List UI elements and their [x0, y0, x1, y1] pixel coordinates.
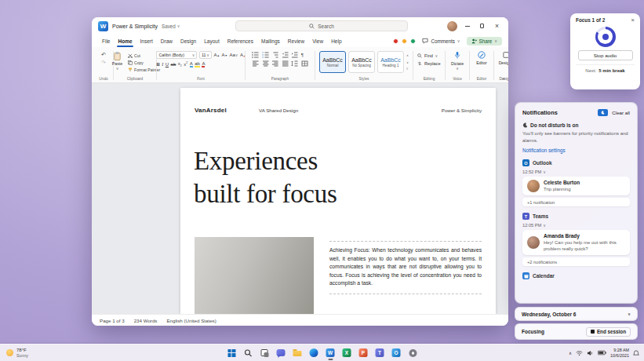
increase-indent-icon[interactable] — [291, 52, 298, 58]
dictate-button[interactable]: Dictate ∨ — [449, 49, 466, 72]
comments-button[interactable]: Comments ∨ — [419, 36, 463, 46]
word-search-box[interactable]: Search — [235, 20, 408, 31]
tab-file[interactable]: File — [98, 35, 114, 47]
word-taskbar-button[interactable]: W — [324, 347, 337, 359]
redo-icon[interactable]: ↷ — [101, 60, 106, 65]
bold-button[interactable]: B — [156, 62, 159, 67]
shrink-font-button[interactable]: A▼ — [221, 53, 227, 58]
superscript-button[interactable]: x2 — [184, 62, 187, 67]
cut-button[interactable]: Cut — [128, 53, 160, 58]
document-page[interactable]: VanArsdel VA Shared Design Power & Simpl… — [180, 88, 496, 314]
text-effects-button[interactable]: A — [190, 61, 193, 67]
strikethrough-button[interactable]: ab — [171, 62, 176, 67]
copy-button[interactable]: Copy — [128, 60, 160, 65]
document-body-text[interactable]: Achieving Focus: When technology communi… — [329, 241, 482, 294]
saved-status[interactable]: Saved ∨ — [162, 24, 180, 29]
subscript-button[interactable]: x2 — [178, 61, 182, 68]
word-count[interactable]: 234 Words — [134, 318, 158, 323]
bullet-list-icon[interactable] — [252, 52, 259, 58]
tray-expand-chevron[interactable]: ∧ — [569, 351, 572, 356]
styles-scroll-down-icon[interactable]: ∨ — [406, 60, 409, 64]
document-headline[interactable]: Experiences built for focus — [194, 144, 337, 210]
style-heading1[interactable]: AaBbCc Heading 1 — [377, 51, 404, 73]
outlook-button[interactable]: O — [390, 347, 402, 359]
find-button[interactable]: Find ∨ — [417, 53, 440, 58]
presence-avatar-1[interactable] — [393, 38, 398, 44]
decrease-indent-icon[interactable] — [282, 52, 289, 58]
style-normal[interactable]: AaBbCc Normal — [319, 51, 346, 73]
chat-button[interactable] — [275, 347, 287, 359]
task-view-button[interactable] — [258, 347, 271, 359]
teams-button[interactable]: T — [373, 347, 386, 359]
tab-home[interactable]: Home — [114, 35, 136, 47]
show-paragraph-marks-icon[interactable]: ¶ — [301, 53, 304, 57]
end-session-button[interactable]: End session — [586, 327, 631, 337]
outlook-group-header[interactable]: O Outlook — [522, 159, 630, 166]
undo-icon[interactable]: ↶ — [101, 52, 106, 57]
teams-notification-card[interactable]: Amanda Brady Hey! Can you help me out wi… — [522, 230, 630, 255]
tab-help[interactable]: Help — [327, 35, 345, 47]
edge-button[interactable] — [307, 347, 320, 359]
settings-button[interactable] — [406, 347, 419, 359]
battery-icon[interactable] — [598, 350, 606, 356]
tab-layout[interactable]: Layout — [200, 35, 224, 47]
justify-icon[interactable] — [282, 60, 289, 67]
weather-widget[interactable]: 78°F Sunny — [6, 345, 28, 361]
outlook-notification-card[interactable]: Celeste Burton Trip planning — [522, 177, 630, 195]
close-button[interactable]: × — [492, 21, 502, 31]
borders-icon[interactable] — [301, 60, 308, 67]
paste-button[interactable]: Paste ∨ — [110, 51, 125, 72]
share-button[interactable]: Share ∨ — [467, 37, 502, 46]
tab-insert[interactable]: Insert — [136, 35, 157, 47]
styles-scroll-up-icon[interactable]: ∧ — [406, 53, 409, 57]
presence-avatar-2[interactable] — [402, 38, 407, 44]
replace-button[interactable]: Replace — [417, 61, 440, 66]
tab-design[interactable]: Design — [176, 35, 200, 47]
style-no-spacing[interactable]: AaBbCc No Spacing — [348, 51, 375, 73]
clear-all-button[interactable]: Clear all — [612, 110, 630, 115]
focus-close-icon[interactable]: × — [631, 17, 635, 24]
do-not-disturb-toggle[interactable] — [598, 109, 608, 116]
document-image-placeholder[interactable] — [195, 237, 314, 314]
underline-button[interactable]: U — [166, 62, 169, 67]
font-color-button[interactable]: A — [202, 61, 205, 67]
grow-font-button[interactable]: A▲ — [213, 53, 219, 58]
font-size-dropdown[interactable]: 11 ∨ — [199, 51, 212, 59]
tab-review[interactable]: Review — [284, 35, 308, 47]
clock[interactable]: 9:28 AM 10/6/2021 — [610, 348, 629, 358]
align-right-icon[interactable] — [271, 60, 278, 67]
tab-references[interactable]: References — [224, 35, 257, 47]
user-avatar[interactable] — [447, 21, 457, 31]
start-button[interactable] — [225, 347, 238, 359]
minimize-button[interactable] — [462, 21, 472, 31]
calendar-group-header[interactable]: Calendar — [522, 272, 630, 279]
excel-button[interactable]: X — [340, 347, 353, 359]
outlook-more-notifications[interactable]: +1 notification — [522, 198, 630, 206]
tab-draw[interactable]: Draw — [157, 35, 176, 47]
align-center-icon[interactable] — [262, 60, 269, 67]
presence-avatar-3[interactable] — [410, 38, 416, 44]
styles-gallery-scroll[interactable]: ∧ ∨ ≡ — [406, 51, 409, 73]
notification-settings-link[interactable]: Notification settings — [522, 148, 630, 153]
file-explorer-button[interactable] — [291, 347, 304, 359]
stop-audio-button[interactable]: Stop audio — [578, 50, 633, 60]
teams-time-row[interactable]: 12:05 PM ∨ — [522, 223, 630, 228]
teams-group-header[interactable]: T Teams — [522, 213, 630, 220]
font-name-dropdown[interactable]: Calibri (Body) ∨ — [156, 51, 197, 59]
ribbon-collapse-button[interactable]: ∧ — [502, 76, 505, 81]
outlook-time-row[interactable]: 12:52 PM ∨ — [522, 170, 630, 174]
wifi-icon[interactable] — [576, 350, 583, 356]
align-left-icon[interactable] — [252, 60, 259, 67]
change-case-button[interactable]: Aa∨ — [229, 53, 238, 57]
notification-bell-icon[interactable] — [633, 350, 639, 356]
teams-more-notifications[interactable]: +2 notifications — [522, 257, 630, 266]
editor-button[interactable]: Editor — [474, 49, 489, 67]
format-painter-button[interactable]: Format Painter — [128, 67, 160, 72]
tab-mailings[interactable]: Mailings — [257, 35, 284, 47]
volume-icon[interactable] — [587, 350, 594, 356]
powerpoint-button[interactable]: P — [357, 347, 369, 359]
taskbar-search-button[interactable] — [242, 347, 254, 359]
maximize-button[interactable] — [477, 21, 487, 31]
page-indicator[interactable]: Page 1 of 3 — [100, 318, 125, 323]
highlight-button[interactable]: ab — [195, 61, 200, 67]
